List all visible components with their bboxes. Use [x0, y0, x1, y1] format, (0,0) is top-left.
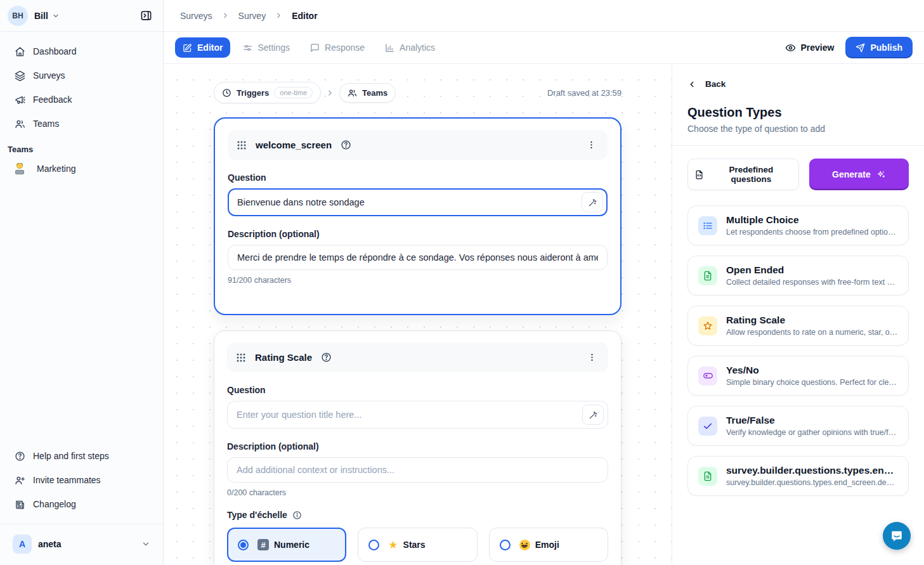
question-card-rating-scale[interactable]: Rating Scale Question	[214, 330, 621, 565]
clock-icon	[222, 88, 231, 98]
type-card-multiple-choice[interactable]: Multiple Choice Let respondents choose f…	[687, 205, 909, 245]
type-title: Open Ended	[726, 264, 898, 276]
scale-option-label: Emoji	[535, 540, 559, 550]
preview-button[interactable]: Preview	[785, 42, 835, 53]
generate-label: Generate	[832, 169, 871, 179]
type-card-rating-scale[interactable]: Rating Scale Allow respondents to rate o…	[687, 306, 909, 346]
sidebar-collapse-button[interactable]	[136, 6, 155, 25]
workspace-switcher[interactable]: A aneta	[8, 531, 155, 557]
predefined-label: Predefined questions	[710, 165, 792, 184]
question-input[interactable]	[237, 410, 582, 420]
sidebar-item-feedback[interactable]: Feedback	[8, 89, 155, 110]
scale-option-label: Numeric	[274, 540, 309, 550]
tab-response[interactable]: Response	[303, 37, 372, 58]
radio-selected-icon	[238, 540, 249, 550]
file-code-icon	[694, 170, 704, 179]
drag-handle-icon[interactable]	[237, 140, 247, 150]
kebab-menu-icon[interactable]	[585, 350, 599, 365]
info-icon[interactable]	[292, 510, 302, 520]
sidebar-item-changelog[interactable]: Changelog	[8, 493, 155, 515]
description-input[interactable]	[228, 245, 608, 270]
file-text-icon	[698, 266, 717, 285]
back-button[interactable]: Back	[687, 79, 909, 89]
help-circle-icon[interactable]	[321, 352, 332, 363]
predefined-questions-button[interactable]: Predefined questions	[687, 159, 799, 190]
sliders-icon	[243, 43, 252, 53]
magic-wand-button[interactable]	[582, 405, 604, 425]
sidebar: BH Bill Dashboard Surveys	[0, 0, 164, 565]
type-description: Collect detailed responses with free-for…	[726, 278, 898, 287]
workspace-name: aneta	[38, 539, 62, 549]
scale-option-numeric[interactable]: # Numeric	[227, 528, 346, 562]
type-card-true-false[interactable]: True/False Verify knowledge or gather op…	[687, 406, 909, 446]
type-card-end-screen[interactable]: survey.builder.questions.types.end_scr..…	[687, 456, 909, 496]
question-card-title: welcome_screen	[256, 140, 332, 150]
chevron-down-icon	[141, 540, 150, 549]
type-card-yes-no[interactable]: Yes/No Simple binary choice questions. P…	[687, 356, 909, 396]
trigger-type-badge: one-time	[274, 87, 313, 98]
preview-label: Preview	[801, 42, 835, 53]
publish-label: Publish	[870, 42, 902, 53]
smiley-emoji-icon	[519, 540, 530, 550]
drag-handle-icon[interactable]	[236, 353, 246, 363]
sidebar-item-help[interactable]: Help and first steps	[8, 445, 155, 467]
type-description: Verify knowledge or gather opinions with…	[726, 428, 898, 437]
kebab-menu-icon[interactable]	[584, 138, 599, 152]
sidebar-header: BH Bill	[0, 0, 163, 32]
type-card-open-ended[interactable]: Open Ended Collect detailed responses wi…	[687, 256, 909, 295]
user-plus-icon	[14, 474, 25, 486]
description-input[interactable]	[227, 457, 608, 483]
user-name[interactable]: Bill	[34, 11, 48, 21]
sidebar-section-teams: Teams	[0, 134, 163, 158]
triggers-label: Triggers	[237, 88, 269, 98]
question-card-header: welcome_screen	[228, 130, 608, 160]
sidebar-item-marketing[interactable]: Marketing	[8, 158, 155, 179]
publish-button[interactable]: Publish	[845, 37, 913, 58]
technologist-emoji-icon	[14, 163, 25, 174]
sidebar-footer-nav: Help and first steps Invite teammates Ch…	[0, 445, 163, 519]
tab-settings[interactable]: Settings	[235, 37, 297, 58]
check-icon	[698, 417, 717, 436]
help-circle-icon[interactable]	[341, 140, 351, 150]
question-field-label: Question	[227, 385, 608, 395]
sidebar-teams-list: Marketing	[0, 158, 163, 179]
sidebar-item-surveys[interactable]: Surveys	[8, 65, 155, 86]
description-field-label: Description (optional)	[228, 229, 608, 239]
question-input[interactable]	[237, 197, 582, 207]
sidebar-nav: Dashboard Surveys Feedback Teams	[0, 32, 163, 134]
chevron-right-icon	[221, 11, 230, 20]
tab-label: Settings	[257, 42, 290, 53]
tab-analytics[interactable]: Analytics	[377, 37, 443, 58]
teams-pill[interactable]: Teams	[339, 83, 396, 103]
hash-keycap-icon: #	[257, 539, 269, 550]
type-title: True/False	[726, 415, 898, 426]
breadcrumb: Surveys Survey Editor	[164, 0, 924, 32]
triggers-pill[interactable]: Triggers one-time	[214, 82, 321, 103]
draft-status: Draft saved at 23:59	[547, 88, 621, 98]
home-icon	[14, 46, 25, 57]
tab-editor[interactable]: Editor	[175, 37, 230, 58]
sidebar-item-label: Invite teammates	[33, 475, 101, 485]
generate-button[interactable]: Generate	[809, 159, 909, 190]
team-name: Marketing	[37, 164, 75, 174]
sidebar-item-invite[interactable]: Invite teammates	[8, 469, 155, 491]
scale-option-emoji[interactable]: Emoji	[489, 528, 608, 562]
sidebar-item-teams[interactable]: Teams	[8, 113, 155, 134]
sparkles-icon	[876, 170, 886, 179]
chat-launcher-button[interactable]	[883, 522, 911, 550]
scale-option-stars[interactable]: ★ Stars	[358, 528, 477, 562]
breadcrumb-survey[interactable]: Survey	[238, 11, 266, 21]
scale-type-label-text: Type d'échelle	[227, 510, 287, 520]
question-card-welcome-screen[interactable]: welcome_screen Question	[214, 117, 621, 315]
question-card-header: Rating Scale	[227, 342, 608, 372]
sidebar-item-dashboard[interactable]: Dashboard	[8, 41, 155, 62]
breadcrumb-surveys[interactable]: Surveys	[180, 11, 212, 21]
tab-label: Analytics	[400, 42, 435, 53]
sidebar-item-label: Dashboard	[33, 46, 77, 56]
magic-wand-button[interactable]	[582, 192, 603, 212]
type-title: survey.builder.questions.types.end_scr..…	[726, 465, 898, 476]
question-field-label: Question	[228, 172, 608, 183]
chevron-left-icon	[687, 80, 696, 89]
char-count: 91/200 characters	[228, 276, 608, 285]
user-avatar[interactable]: BH	[8, 6, 28, 26]
